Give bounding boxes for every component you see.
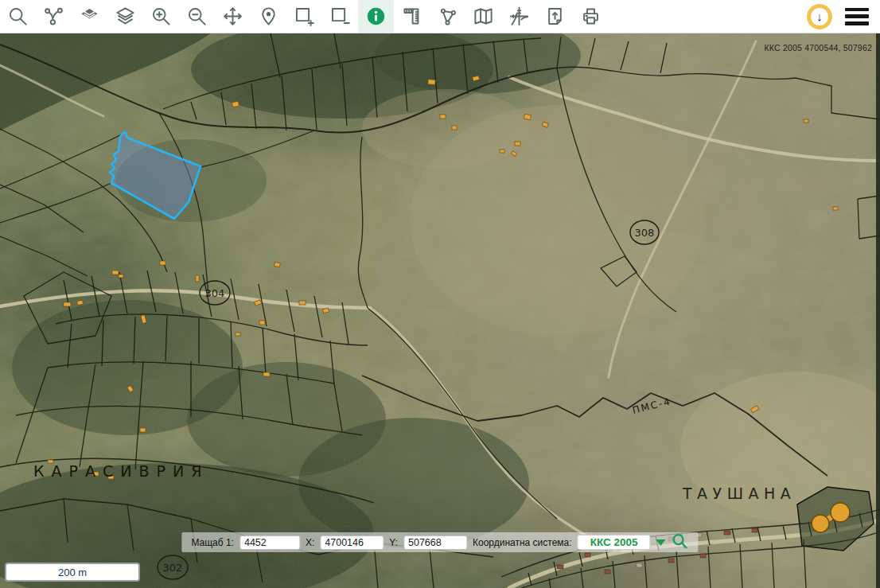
zoom-window-out-icon [329, 6, 351, 27]
scale-bar-label: 200 m [58, 567, 87, 578]
map-edge-shadow [876, 33, 880, 588]
y-input[interactable] [403, 535, 467, 550]
zoom-in-button[interactable] [143, 0, 179, 33]
layer-button[interactable] [72, 0, 107, 33]
map-sheet-button[interactable] [465, 0, 501, 33]
coordinate-bar: Мащаб 1: X: Y: Координатна система: ККС … [181, 532, 698, 552]
export-button[interactable] [537, 0, 573, 33]
layers-icon [115, 6, 136, 27]
cadastre-map-app: ↓ [0, 0, 880, 588]
scale-label: Мащаб 1: [191, 537, 234, 548]
tank-circle [812, 515, 829, 532]
x-input[interactable] [320, 535, 384, 550]
export-icon [544, 6, 566, 27]
search-button[interactable] [0, 0, 36, 33]
measure-distance-icon [401, 6, 422, 27]
coordinate-search-button[interactable] [672, 532, 689, 553]
y-label: Y: [389, 537, 398, 548]
download-arrow-icon: ↓ [816, 10, 823, 23]
zoom-out-icon [186, 6, 208, 27]
svg-text:308: 308 [635, 227, 655, 239]
locality-label-right: ТАУШАНА [682, 485, 796, 502]
layer-icon [79, 6, 100, 27]
layers-button[interactable] [107, 0, 143, 33]
svg-text:304: 304 [205, 287, 225, 299]
crs-label: Координатна система: [473, 537, 572, 548]
search-icon [7, 6, 29, 27]
zoom-out-button[interactable] [179, 0, 215, 33]
zoom-window-in-button[interactable] [286, 0, 322, 33]
location-pin-button[interactable] [251, 0, 286, 33]
map-sheet-icon [473, 6, 494, 27]
measure-distance-button[interactable] [394, 0, 430, 33]
toolbar-right-controls: ↓ [807, 0, 880, 33]
location-pin-icon [258, 6, 279, 27]
hamburger-menu-button[interactable] [845, 8, 869, 25]
measure-area-icon [437, 6, 458, 27]
select-objects-icon [43, 6, 64, 27]
download-circle-button[interactable]: ↓ [807, 4, 832, 29]
scale-input[interactable] [239, 535, 300, 550]
info-icon [365, 6, 387, 27]
map-viewport[interactable]: КАРАСИВРИЯ ТАУШАНА 304 308 302 ПМС-4 [0, 33, 880, 588]
pan-icon [222, 6, 243, 27]
select-objects-button[interactable] [36, 0, 72, 33]
tank-circle [831, 503, 850, 522]
coordinate-axes-icon [508, 6, 530, 27]
locality-label-left: КАРАСИВРИЯ [33, 462, 208, 480]
zoom-window-in-icon [294, 6, 315, 27]
svg-text:302: 302 [163, 562, 183, 574]
map-toolbar: ↓ [0, 0, 880, 33]
info-button[interactable] [358, 0, 394, 33]
scale-bar: 200 m [5, 563, 140, 582]
search-go-icon [672, 532, 689, 550]
pan-button[interactable] [215, 0, 251, 33]
print-icon [580, 6, 602, 27]
map-canvas[interactable]: КАРАСИВРИЯ ТАУШАНА 304 308 302 ПМС-4 [0, 33, 880, 588]
zoom-window-out-button[interactable] [322, 0, 358, 33]
x-label: X: [306, 537, 314, 548]
zoom-in-icon [150, 6, 172, 27]
crs-select[interactable]: ККС 2005 [578, 535, 651, 550]
coordinate-axes-button[interactable] [501, 0, 537, 33]
measure-area-button[interactable] [430, 0, 465, 33]
print-button[interactable] [573, 0, 609, 33]
crs-dropdown-caret-icon[interactable] [656, 539, 666, 546]
